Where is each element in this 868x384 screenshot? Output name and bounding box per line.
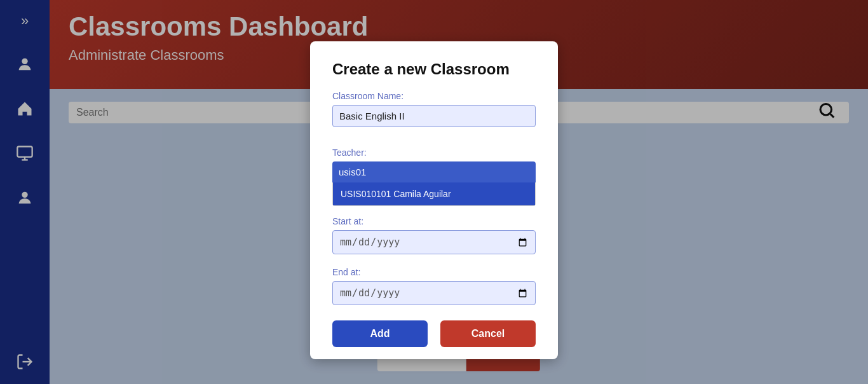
teacher-group: Teacher: USIS010101 Camila Aguilar	[332, 147, 536, 206]
modal-overlay: Create a new Classroom Classroom Name: T…	[0, 0, 868, 384]
end-date-group: End at:	[332, 267, 536, 308]
start-date-group: Start at:	[332, 216, 536, 257]
end-date-input[interactable]	[332, 281, 536, 305]
create-classroom-modal: Create a new Classroom Classroom Name: T…	[310, 41, 558, 359]
classroom-name-group: Classroom Name:	[332, 91, 536, 137]
start-date-label: Start at:	[332, 216, 536, 226]
classroom-name-input[interactable]	[332, 105, 536, 127]
teacher-search-input[interactable]	[332, 161, 536, 182]
classroom-name-label: Classroom Name:	[332, 91, 536, 101]
modal-buttons: Add Cancel	[332, 320, 536, 347]
cancel-button[interactable]: Cancel	[440, 320, 536, 347]
end-date-label: End at:	[332, 267, 536, 277]
add-button[interactable]: Add	[332, 320, 428, 347]
teacher-option[interactable]: USIS010101 Camila Aguilar	[333, 182, 535, 205]
teacher-dropdown-list: USIS010101 Camila Aguilar	[332, 182, 536, 206]
teacher-label: Teacher:	[332, 147, 536, 158]
start-date-input[interactable]	[332, 230, 536, 254]
modal-title: Create a new Classroom	[332, 60, 536, 78]
teacher-dropdown: USIS010101 Camila Aguilar	[332, 161, 536, 206]
